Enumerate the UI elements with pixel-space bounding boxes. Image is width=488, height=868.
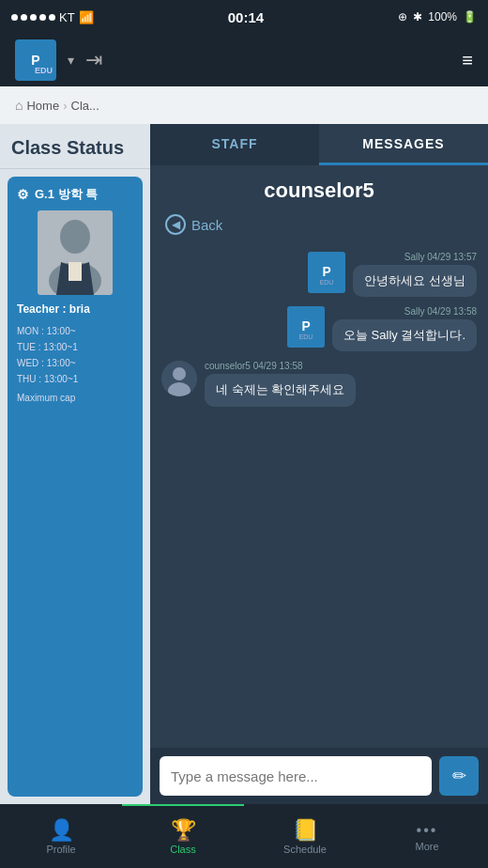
class-status-title: Class Status (0, 124, 150, 169)
nav-class[interactable]: 🏆 Class (122, 804, 244, 868)
time-display: 00:14 (228, 9, 264, 25)
nav-class-label: Class (170, 844, 196, 855)
logo-sub: EDU (35, 66, 53, 75)
input-bar: ✏ (150, 748, 488, 804)
teacher-photo (38, 210, 113, 295)
tab-staff[interactable]: STAFF (150, 124, 319, 165)
home-icon: ⌂ (15, 98, 23, 113)
status-bar: KT 📶 00:14 ⊕ ✱ 100% 🔋 (0, 0, 488, 34)
svg-text:EDU: EDU (299, 333, 313, 340)
svg-text:P: P (301, 318, 310, 333)
schedule-tue: TUE : 13:00~1 (17, 339, 133, 355)
nav-profile-label: Profile (46, 844, 75, 855)
class-card-header: ⚙ G.1 방학 특 (17, 186, 133, 203)
messages-area: Sally 04/29 13:57 안녕하세요 선생님 P EDU Sally … (150, 244, 488, 748)
schedule-icon: 📒 (293, 820, 318, 841)
svg-point-12 (173, 367, 186, 380)
back-button[interactable]: ◀ Back (150, 210, 488, 244)
class-icon: 🏆 (171, 820, 196, 841)
class-name: G.1 방학 특 (35, 186, 98, 203)
breadcrumb: ⌂ Home › Cla... (0, 86, 488, 124)
dropdown-chevron-icon[interactable]: ▾ (68, 53, 74, 68)
msg-avatar-2: P EDU (287, 306, 325, 348)
msg-bubble-3: 네 숙제는 확인해주세요 (205, 374, 356, 406)
message-3: counselor5 04/29 13:58 네 숙제는 확인해주세요 (161, 361, 477, 406)
message-2: Sally 04/29 13:58 오늘 Sally 결석합니다. P EDU (161, 306, 477, 351)
signal-dots (11, 14, 55, 21)
nav-schedule[interactable]: 📒 Schedule (244, 804, 366, 868)
msg-meta-3: counselor5 04/29 13:58 (205, 361, 356, 371)
send-icon: ✏ (452, 766, 466, 786)
bottom-nav: 👤 Profile 🏆 Class 📒 Schedule ••• More (0, 804, 488, 868)
logo-button[interactable]: P EDU (15, 39, 56, 81)
gear-icon: ⚙ (17, 187, 29, 202)
profile-icon: 👤 (49, 820, 74, 841)
msg-bubble-2: 오늘 Sally 결석합니다. (332, 319, 477, 351)
schedule-mon: MON : 13:00~ (17, 323, 133, 339)
msg-meta-2: Sally 04/29 13:58 (404, 306, 477, 317)
chat-panel: STAFF MESSAGES counselor5 ◀ Back Sally 0… (150, 124, 488, 804)
schedule: MON : 13:00~ TUE : 13:00~1 WED : 13:00~ … (17, 323, 133, 387)
breadcrumb-current: Cla... (71, 99, 99, 113)
msg-avatar-3 (161, 361, 197, 396)
schedule-thu: THU : 13:00~1 (17, 371, 133, 387)
max-capacity: Maximum cap (17, 393, 133, 403)
teacher-name: Teacher : bria (17, 302, 133, 316)
logout-button[interactable]: ⇥ (85, 48, 102, 72)
nav-more-label: More (415, 841, 438, 852)
msg-meta-1: Sally 04/29 13:57 (404, 252, 477, 262)
battery-label: 100% (428, 10, 457, 23)
tab-messages[interactable]: MESSAGES (319, 124, 488, 165)
hamburger-icon[interactable]: ≡ (462, 51, 473, 70)
location-icon: ⊕ (398, 10, 407, 23)
svg-point-1 (60, 220, 90, 254)
msg-bubble-wrap-1: Sally 04/29 13:57 안녕하세요 선생님 (353, 252, 477, 297)
svg-rect-4 (69, 262, 82, 281)
svg-text:EDU: EDU (320, 279, 334, 286)
battery-icon: 🔋 (463, 10, 477, 23)
msg-bubble-1: 안녕하세요 선생님 (353, 265, 477, 297)
class-card: ⚙ G.1 방학 특 Teacher : bria MON : (8, 177, 143, 797)
main-area: Class Status ⚙ G.1 방학 특 Teacher : (0, 124, 488, 804)
msg-avatar-1: P EDU (308, 252, 345, 293)
nav-more[interactable]: ••• More (366, 804, 488, 868)
carrier-label: KT (59, 10, 75, 24)
msg-bubble-wrap-2: Sally 04/29 13:58 오늘 Sally 결석합니다. (332, 306, 477, 351)
send-button[interactable]: ✏ (439, 756, 479, 796)
svg-text:P: P (323, 264, 331, 279)
back-circle-icon: ◀ (165, 214, 186, 235)
sidebar: Class Status ⚙ G.1 방학 특 Teacher : (0, 124, 150, 804)
teacher-name-value: bria (69, 302, 90, 316)
nav-schedule-label: Schedule (283, 844, 327, 855)
tab-row: STAFF MESSAGES (150, 124, 488, 165)
more-icon: ••• (417, 823, 438, 838)
message-1: Sally 04/29 13:57 안녕하세요 선생님 P EDU (161, 252, 477, 297)
bluetooth-icon: ✱ (413, 10, 422, 23)
status-left: KT 📶 (11, 10, 94, 24)
breadcrumb-sep: › (63, 99, 67, 113)
wifi-icon: 📶 (79, 10, 94, 24)
breadcrumb-home[interactable]: Home (26, 99, 59, 113)
back-label: Back (191, 217, 222, 233)
top-nav: P EDU ▾ ⇥ ≡ (0, 34, 488, 86)
chat-title: counselor5 (150, 165, 488, 210)
msg-bubble-wrap-3: counselor5 04/29 13:58 네 숙제는 확인해주세요 (205, 361, 356, 406)
nav-profile[interactable]: 👤 Profile (0, 804, 122, 868)
schedule-wed: WED : 13:00~ (17, 355, 133, 371)
message-input[interactable] (160, 756, 432, 796)
status-right: ⊕ ✱ 100% 🔋 (398, 10, 477, 23)
